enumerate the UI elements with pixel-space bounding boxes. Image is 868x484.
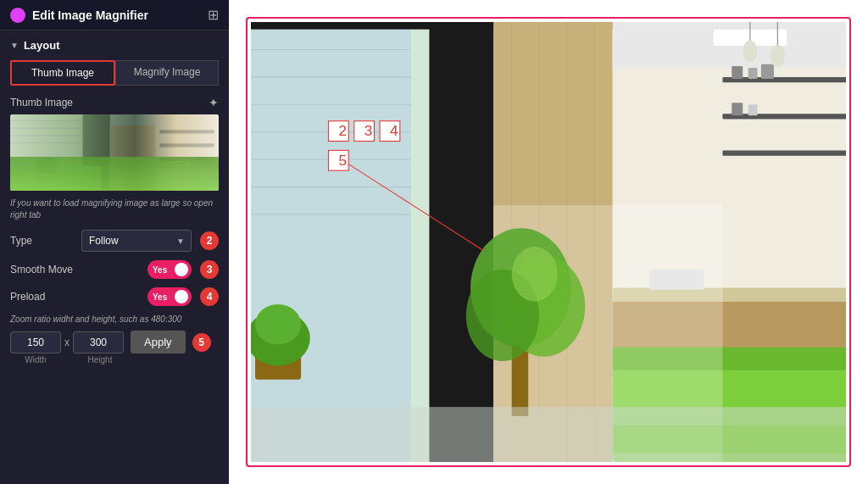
svg-rect-41 — [732, 103, 743, 115]
svg-rect-37 — [722, 150, 846, 155]
smooth-move-toggle[interactable]: Yes — [147, 260, 192, 279]
arrow-icon: ▼ — [10, 41, 19, 50]
svg-text:5: 5 — [338, 152, 347, 169]
svg-rect-7 — [40, 164, 53, 174]
tab-group: Thumb Image Magnify Image — [10, 60, 219, 86]
svg-rect-5 — [10, 166, 101, 191]
svg-point-46 — [771, 45, 785, 67]
smooth-move-label: Smooth Move — [10, 264, 73, 275]
app-title: Edit Image Magnifier — [32, 8, 148, 22]
svg-rect-40 — [761, 64, 774, 79]
app-icon — [10, 8, 25, 23]
smooth-move-knob — [175, 263, 188, 276]
type-select[interactable]: FollowInnerOuter — [81, 230, 192, 252]
svg-rect-38 — [732, 66, 743, 79]
svg-rect-4 — [155, 114, 219, 191]
grid-icon[interactable]: ⊞ — [208, 7, 219, 23]
svg-text:4: 4 — [390, 122, 398, 139]
sidebar-content: ▼ Layout Thumb Image Magnify Image Thumb… — [0, 31, 229, 484]
height-input[interactable] — [73, 331, 124, 353]
width-sublabel: Width — [10, 355, 61, 364]
preload-toggle-label: Yes — [153, 292, 167, 302]
layout-label: Layout — [24, 39, 60, 52]
smooth-move-toggle-label: Yes — [153, 265, 167, 275]
badge-5: 5 — [192, 333, 211, 352]
apply-button[interactable]: Apply — [131, 331, 186, 353]
svg-rect-42 — [748, 104, 758, 115]
zoom-row: x Apply 5 — [10, 331, 219, 353]
svg-point-61 — [255, 304, 301, 345]
type-row: Type FollowInnerOuter ▼ 2 — [10, 230, 219, 252]
preload-toggle[interactable]: Yes — [147, 287, 192, 306]
thumb-preview-image — [10, 114, 219, 191]
svg-point-6 — [36, 157, 58, 171]
zoom-hint: Zoom ratio widht and height, such as 480… — [10, 314, 219, 324]
layout-section-label: ▼ Layout — [10, 39, 219, 52]
zoom-x-separator: x — [64, 337, 70, 348]
badge-3: 3 — [200, 260, 219, 279]
thumb-image-text: Thumb Image — [10, 97, 73, 108]
svg-rect-11 — [151, 162, 219, 170]
svg-rect-0 — [10, 114, 219, 191]
type-select-wrapper: FollowInnerOuter ▼ — [81, 230, 192, 252]
sidebar: Edit Image Magnifier ⊞ ▼ Layout Thumb Im… — [0, 0, 229, 484]
tab-magnify-image[interactable]: Magnify Image — [115, 60, 219, 86]
svg-rect-8 — [159, 130, 214, 133]
svg-point-58 — [512, 247, 558, 302]
svg-rect-9 — [159, 143, 214, 147]
thumb-image-label: Thumb Image ✦ — [10, 96, 219, 109]
svg-rect-2 — [83, 114, 110, 191]
type-label-group: Type — [10, 235, 32, 247]
svg-rect-1 — [10, 114, 83, 191]
svg-point-44 — [743, 41, 757, 63]
zoom-sub-labels: Width Height — [10, 355, 219, 364]
smooth-move-control: Yes 3 — [147, 260, 219, 279]
svg-rect-10 — [159, 157, 214, 160]
tab-thumb-image[interactable]: Thumb Image — [10, 60, 115, 86]
hint-text: If you want to load magnifying image as … — [10, 197, 219, 221]
type-control-group: FollowInnerOuter ▼ 2 — [81, 230, 219, 252]
magic-icon[interactable]: ✦ — [209, 96, 219, 109]
svg-text:3: 3 — [364, 122, 373, 139]
room-image: 2 3 4 5 — [251, 22, 846, 462]
height-sublabel: Height — [75, 355, 125, 364]
svg-rect-63 — [613, 426, 846, 453]
type-label: Type — [10, 235, 32, 247]
preload-control: Yes 4 — [147, 287, 219, 306]
preload-row: Preload Yes 4 — [10, 287, 219, 306]
svg-rect-39 — [748, 68, 758, 79]
preload-knob — [175, 290, 188, 303]
width-input[interactable] — [10, 331, 61, 353]
smooth-move-row: Smooth Move Yes 3 — [10, 260, 219, 279]
sidebar-header-left: Edit Image Magnifier — [10, 8, 148, 23]
preload-label: Preload — [10, 291, 45, 303]
sidebar-header: Edit Image Magnifier ⊞ — [0, 0, 229, 31]
badge-4: 4 — [200, 287, 219, 306]
badge-2: 2 — [200, 231, 219, 250]
svg-rect-17 — [251, 22, 411, 462]
main-area: 2 3 4 5 — [229, 0, 868, 484]
svg-text:2: 2 — [338, 122, 347, 139]
svg-rect-3 — [110, 125, 155, 191]
svg-rect-25 — [429, 22, 493, 462]
image-container: 2 3 4 5 — [246, 17, 851, 467]
